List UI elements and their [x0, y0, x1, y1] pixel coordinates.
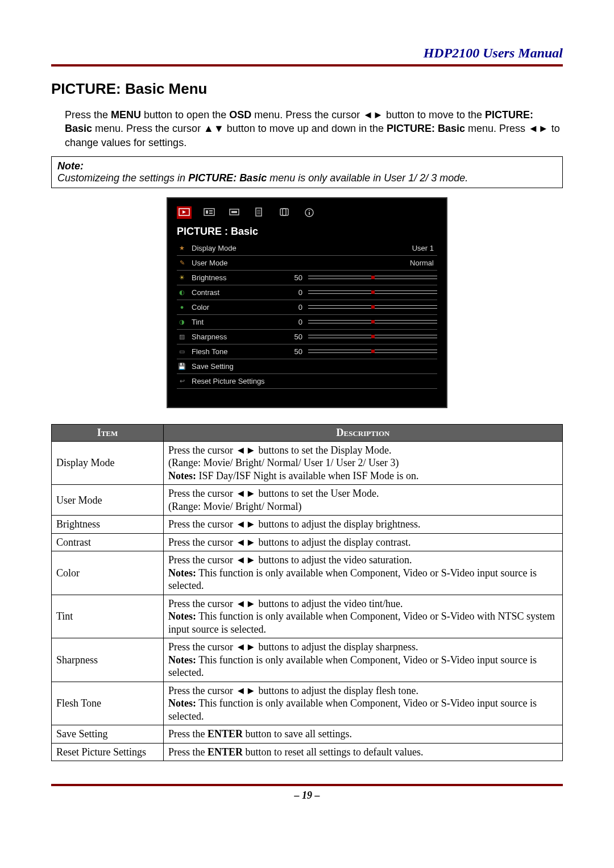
table-cell-desc: Press the cursor ◄► buttons to adjust th… — [164, 595, 563, 638]
table-header-desc: Description — [164, 424, 563, 441]
osd-label: Sharpness — [192, 333, 280, 341]
osd-tab-picture-adv[interactable] — [202, 206, 217, 219]
svg-rect-12 — [280, 209, 286, 215]
save-icon: 💾 — [177, 362, 187, 370]
table-cell-desc: Press the cursor ◄► buttons to adjust th… — [164, 533, 563, 551]
note-head: Note: — [57, 160, 84, 172]
table-cell-desc: Press the cursor ◄► buttons to adjust th… — [164, 516, 563, 534]
svg-marker-1 — [182, 210, 186, 214]
osd-value: 50 — [280, 347, 308, 356]
table-cell-item: Save Setting — [52, 725, 164, 744]
osd-slider[interactable] — [308, 290, 437, 294]
reset-icon: ↩ — [177, 377, 187, 385]
table-cell-item: Flesh Tone — [52, 682, 164, 725]
svg-rect-4 — [209, 210, 213, 211]
table-cell-item: Contrast — [52, 533, 164, 551]
osd-label: Color — [192, 303, 280, 312]
svg-point-15 — [309, 210, 310, 211]
note-box: Note: Customizeing the settings in PICTU… — [51, 156, 563, 188]
contrast-icon: ◐ — [177, 288, 187, 296]
osd-label: User Mode — [192, 259, 280, 267]
osd-row-flesh-tone[interactable]: ▭Flesh Tone50 — [173, 346, 441, 358]
osd-value: 0 — [280, 303, 308, 312]
osd-row-reset-picture-settings[interactable]: ↩Reset Picture Settings — [173, 375, 441, 387]
sharpness-icon: ▨ — [177, 333, 187, 340]
osd-title: PICTURE : Basic — [173, 223, 441, 242]
osd-slider[interactable] — [308, 305, 437, 309]
display-mode-icon: ★ — [177, 244, 187, 252]
note-body: Customizeing the settings in PICTURE: Ba… — [57, 172, 468, 184]
osd-slider[interactable] — [308, 349, 437, 354]
osd-slider[interactable] — [308, 334, 437, 339]
table-row: ContrastPress the cursor ◄► buttons to a… — [52, 533, 563, 551]
osd-label: Reset Picture Settings — [192, 377, 280, 385]
osd-slider[interactable] — [308, 275, 437, 280]
osd-label: Brightness — [192, 273, 280, 282]
table-row: SharpnessPress the cursor ◄► buttons to … — [52, 638, 563, 682]
osd-value: User 1 — [280, 244, 437, 252]
osd-label: Flesh Tone — [192, 347, 280, 356]
table-cell-item: Sharpness — [52, 638, 164, 682]
svg-rect-13 — [283, 209, 288, 215]
table-cell-item: Tint — [52, 595, 164, 638]
svg-rect-16 — [309, 212, 310, 215]
table-row: User ModePress the cursor ◄► buttons to … — [52, 485, 563, 516]
description-table: Item Description Display ModePress the c… — [51, 424, 563, 762]
table-cell-item: Color — [52, 551, 164, 595]
table-row: BrightnessPress the cursor ◄► buttons to… — [52, 516, 563, 534]
osd-row-user-mode[interactable]: ✎User ModeNormal — [173, 257, 441, 269]
osd-tab-option[interactable] — [277, 206, 292, 219]
osd-row-brightness[interactable]: ☀Brightness50 — [173, 272, 441, 284]
osd-label: Contrast — [192, 288, 280, 297]
page-number: – 19 – — [51, 790, 563, 801]
osd-row-display-mode[interactable]: ★Display ModeUser 1 — [173, 242, 441, 254]
table-cell-desc: Press the ENTER button to save all setti… — [164, 725, 563, 744]
osd-tab-display[interactable] — [227, 206, 242, 219]
osd-row-contrast[interactable]: ◐Contrast0 — [173, 286, 441, 298]
osd-row-save-setting[interactable]: 💾Save Setting — [173, 360, 441, 372]
osd-tab-setup[interactable] — [252, 206, 267, 219]
section-intro: Press the MENU button to open the OSD me… — [65, 108, 563, 149]
table-cell-desc: Press the cursor ◄► buttons to set the U… — [164, 485, 563, 516]
svg-rect-2 — [204, 209, 214, 215]
user-mode-icon: ✎ — [177, 259, 187, 267]
osd-value: Normal — [280, 259, 437, 267]
table-cell-desc: Press the cursor ◄► buttons to adjust th… — [164, 551, 563, 595]
table-cell-desc: Press the cursor ◄► buttons to set the D… — [164, 441, 563, 485]
table-cell-desc: Press the cursor ◄► buttons to adjust th… — [164, 638, 563, 682]
osd-slider[interactable] — [308, 319, 437, 324]
bottom-rule — [51, 784, 563, 786]
osd-row-color[interactable]: ●Color0 — [173, 301, 441, 313]
osd-tab-picture[interactable] — [177, 206, 192, 219]
table-row: Display ModePress the cursor ◄► buttons … — [52, 441, 563, 485]
osd-screenshot: PICTURE : Basic ★Display ModeUser 1✎User… — [167, 197, 447, 408]
osd-tab-info[interactable] — [302, 206, 317, 219]
osd-tab-bar — [173, 204, 441, 223]
tint-icon: ◑ — [177, 318, 187, 326]
table-row: TintPress the cursor ◄► buttons to adjus… — [52, 595, 563, 638]
osd-row-sharpness[interactable]: ▨Sharpness50 — [173, 331, 441, 343]
brightness-icon: ☀ — [177, 273, 187, 281]
table-cell-item: Display Mode — [52, 441, 164, 485]
table-row: Reset Picture SettingsPress the ENTER bu… — [52, 743, 563, 761]
table-cell-desc: Press the ENTER button to reset all sett… — [164, 743, 563, 761]
osd-value: 50 — [280, 273, 308, 282]
osd-value: 0 — [280, 318, 308, 326]
manual-title: HDP2100 Users Manual — [51, 45, 563, 61]
osd-row-tint[interactable]: ◑Tint0 — [173, 316, 441, 328]
table-header-item: Item — [52, 424, 164, 441]
table-row: Save SettingPress the ENTER button to sa… — [52, 725, 563, 744]
flesh-tone-icon: ▭ — [177, 347, 187, 355]
section-title: PICTURE: Basic Menu — [51, 80, 563, 98]
svg-rect-7 — [231, 211, 237, 213]
color-icon: ● — [177, 303, 187, 311]
table-cell-item: Reset Picture Settings — [52, 743, 164, 761]
osd-label: Display Mode — [192, 244, 280, 252]
table-row: Flesh TonePress the cursor ◄► buttons to… — [52, 682, 563, 725]
table-row: ColorPress the cursor ◄► buttons to adju… — [52, 551, 563, 595]
top-rule — [51, 64, 563, 67]
svg-rect-5 — [209, 213, 213, 214]
osd-label: Tint — [192, 318, 280, 326]
table-cell-item: User Mode — [52, 485, 164, 516]
osd-value: 50 — [280, 333, 308, 341]
